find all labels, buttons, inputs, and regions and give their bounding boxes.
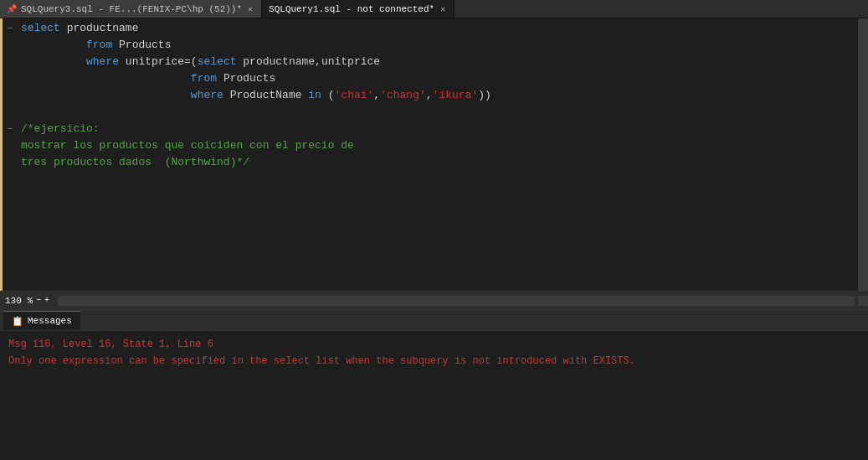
comment-line-2: tres productos dados (Northwind)*/ — [21, 154, 249, 171]
keyword-from-2: from — [191, 70, 217, 87]
table-products-2: Products — [223, 70, 275, 87]
tab-messages[interactable]: 📋 Messages — [3, 311, 80, 330]
col-subquery: productname,unitprice — [243, 54, 380, 70]
close-tab-sqlquery1[interactable]: ✕ — [439, 3, 447, 15]
zoom-decrease-btn[interactable]: − — [36, 296, 41, 305]
keyword-in: in — [308, 87, 321, 104]
bottom-tab-bar: 📋 Messages — [0, 311, 868, 331]
code-line-13 — [21, 221, 858, 238]
paren-open: ( — [328, 87, 335, 104]
messages-icon: 📋 — [12, 316, 23, 327]
tab-sqlquery1[interactable]: SQLQuery1.sql - not connected* ✕ — [262, 0, 455, 18]
pin-icon: 📌 — [7, 4, 17, 14]
close-tab-sqlquery3[interactable]: ✕ — [246, 3, 254, 15]
str-chai: 'chai' — [335, 87, 374, 104]
code-line-11 — [21, 188, 858, 204]
vertical-scrollbar[interactable] — [858, 18, 868, 291]
error-line-2: Only one expression can be specified in … — [8, 353, 860, 370]
keyword-where-2: where — [191, 87, 223, 104]
editor-main: − − select productname from Products — [0, 18, 868, 291]
collapse-column: − − — [3, 18, 18, 291]
collapse-marker-2 — [3, 37, 18, 54]
tab-label-sqlquery1: SQLQuery1.sql - not connected* — [269, 4, 434, 14]
collapse-marker-13 — [3, 221, 18, 238]
collapse-marker-3 — [3, 54, 18, 70]
tab-label-sqlquery3: SQLQuery3.sql - FE...(FENIX-PC\hp (52))* — [21, 4, 242, 14]
comma-1: , — [373, 87, 380, 104]
code-line-8: mostrar los productos que coiciden con e… — [21, 137, 858, 154]
str-chang: 'chang' — [380, 87, 426, 104]
code-line-10 — [21, 171, 858, 188]
tab-sqlquery3[interactable]: 📌 SQLQuery3.sql - FE...(FENIX-PC\hp (52)… — [0, 0, 262, 18]
messages-content: Msg 116, Level 16, State 1, Line 6 Only … — [0, 331, 868, 460]
paren-close: )) — [478, 87, 491, 104]
code-line-9: tres productos dados (Northwind)*/ — [21, 154, 858, 171]
keyword-select-2: select — [198, 54, 237, 70]
comment-start: /*ejersicio: — [21, 121, 100, 137]
code-editor[interactable]: select productname from Products where u… — [18, 18, 858, 291]
code-line-2: from Products — [21, 37, 858, 54]
collapse-marker-11 — [3, 188, 18, 204]
title-bar: 📌 SQLQuery3.sql - FE...(FENIX-PC\hp (52)… — [0, 0, 868, 18]
scroll-corner — [858, 296, 868, 306]
bottom-panel: 📋 Messages Msg 116, Level 16, State 1, L… — [0, 309, 868, 460]
tab-messages-label: Messages — [28, 316, 72, 326]
code-line-7: /*ejersicio: — [21, 121, 858, 137]
comment-line-1: mostrar los productos que coiciden con e… — [21, 137, 354, 154]
collapse-marker-8 — [3, 137, 18, 154]
collapse-marker-7[interactable]: − — [3, 121, 18, 137]
zoom-increase-btn[interactable]: + — [44, 296, 49, 305]
zoom-control: 130 % − + — [0, 296, 54, 306]
collapse-marker-12 — [3, 204, 18, 221]
horizontal-scrollbar[interactable] — [58, 296, 855, 306]
col-productname-filter: ProductName — [230, 87, 309, 104]
code-line-1: select productname — [21, 20, 858, 37]
collapse-marker-1[interactable]: − — [3, 20, 18, 37]
collapse-marker-10 — [3, 171, 18, 188]
collapse-marker-6 — [3, 104, 18, 121]
editor-wrapper: − − select productname from Products — [0, 18, 868, 309]
str-ikura: 'ikura' — [433, 87, 479, 104]
error-line-1: Msg 116, Level 16, State 1, Line 6 — [8, 336, 860, 353]
keyword-from-1: from — [86, 37, 112, 54]
code-line-12 — [21, 204, 858, 221]
collapse-marker-5 — [3, 87, 18, 104]
collapse-marker-4 — [3, 70, 18, 87]
table-products-1: Products — [119, 37, 171, 54]
comma-2: , — [426, 87, 433, 104]
code-line-5: where ProductName in ('chai','chang','ik… — [21, 87, 858, 104]
collapse-marker-9 — [3, 154, 18, 171]
zoom-label: 130 % — [5, 296, 33, 306]
